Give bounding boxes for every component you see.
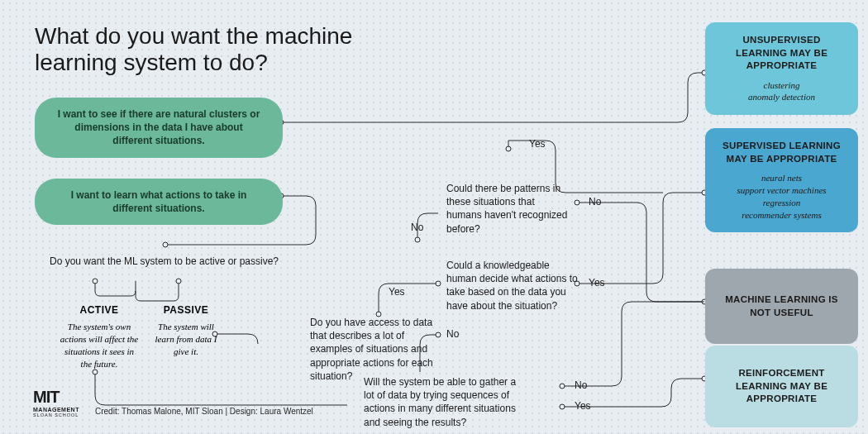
- svg-point-17: [560, 404, 565, 409]
- result-unsupervised-sub: clustering anomaly detection: [718, 79, 845, 104]
- choice-active-head: ACTIVE: [58, 304, 141, 316]
- result-unsupervised: UNSUPERVISED LEARNING MAY BE APPROPRIATE…: [705, 22, 858, 115]
- svg-point-5: [176, 279, 181, 284]
- question-gather: Will the system be able to gather a lot …: [364, 375, 521, 429]
- credit-line: Credit: Thomas Malone, MIT Sloan | Desig…: [95, 407, 313, 416]
- result-supervised-title: SUPERVISED LEARNING MAY BE APPROPRIATE: [718, 140, 845, 165]
- svg-point-10: [415, 237, 420, 242]
- svg-point-4: [93, 279, 98, 284]
- option-actions: I want to learn what actions to take in …: [35, 179, 283, 225]
- ans-human-yes: Yes: [589, 277, 605, 289]
- page-title: What do you want the machine learning sy…: [35, 23, 365, 76]
- result-not-useful-title: MACHINE LEARNING IS NOT USEFUL: [718, 293, 845, 319]
- ans-have-data-no: No: [446, 328, 459, 340]
- result-unsupervised-title: UNSUPERVISED LEARNING MAY BE APPROPRIATE: [718, 34, 845, 73]
- svg-point-13: [506, 146, 511, 151]
- ans-patterns-no: No: [589, 196, 601, 207]
- question-active-passive: Do you want the ML system to be active o…: [50, 255, 279, 268]
- question-human-decide: Could a knowledgeable human decide what …: [446, 259, 579, 312]
- choice-active-sub: The system's own actions will affect the…: [58, 321, 141, 370]
- choice-passive: PASSIVE The system will learn from data …: [149, 304, 223, 358]
- choice-passive-head: PASSIVE: [149, 304, 223, 316]
- result-supervised-sub: neural nets support vector machines regr…: [718, 172, 845, 221]
- svg-point-8: [436, 281, 441, 286]
- question-have-data: Do you have access to data that describe…: [310, 316, 438, 383]
- result-supervised: SUPERVISED LEARNING MAY BE APPROPRIATE n…: [705, 128, 858, 232]
- ans-have-data-yes: Yes: [389, 286, 405, 298]
- logo-sloan: SLOAN SCHOOL: [33, 413, 79, 417]
- svg-point-16: [560, 384, 565, 389]
- ans-patterns-yes: Yes: [529, 138, 546, 150]
- result-not-useful: MACHINE LEARNING IS NOT USEFUL: [705, 269, 858, 344]
- logo-mit: MIT: [33, 388, 79, 407]
- ans-gather-yes: Yes: [575, 400, 591, 412]
- svg-point-14: [575, 200, 579, 205]
- choice-active: ACTIVE The system's own actions will aff…: [58, 304, 141, 370]
- choice-passive-sub: The system will learn from data I give i…: [149, 321, 223, 358]
- mit-logo: MIT MANAGEMENT SLOAN SCHOOL: [33, 388, 79, 417]
- svg-point-19: [93, 370, 98, 374]
- result-reinforcement: REINFORCEMENT LEARNING MAY BE APPROPRIAT…: [705, 346, 858, 427]
- svg-point-3: [163, 242, 168, 247]
- option-clusters: I want to see if there are natural clust…: [35, 98, 283, 158]
- question-patterns: Could there be patterns in these situati…: [446, 182, 570, 236]
- result-reinforcement-title: REINFORCEMENT LEARNING MAY BE APPROPRIAT…: [718, 367, 845, 406]
- ans-gather-no: No: [575, 379, 587, 391]
- ans-human-no: No: [411, 222, 423, 233]
- logo-management: MANAGEMENT: [33, 407, 79, 413]
